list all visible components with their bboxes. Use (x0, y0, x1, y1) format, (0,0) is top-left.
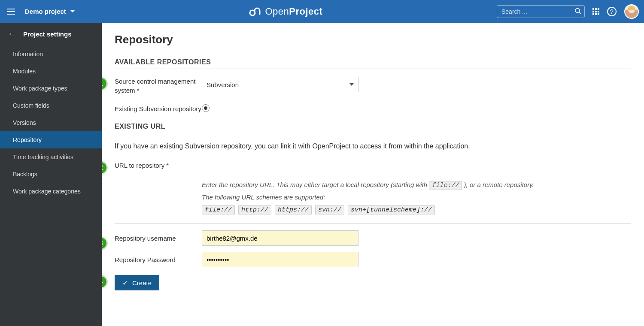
main-content: Repository AVAILABLE REPOSITORIES 1 Sour… (102, 23, 644, 326)
search-input[interactable] (497, 5, 585, 18)
username-input[interactable] (202, 230, 358, 246)
chevron-down-icon (70, 10, 75, 12)
url-schemes: file:// http:// https:// svn:// svn+[tun… (202, 205, 631, 214)
chevron-down-icon (349, 83, 354, 86)
sidebar-item-custom-fields[interactable]: Custom fields (0, 97, 102, 114)
sidebar-item-backlogs[interactable]: Backlogs (0, 166, 102, 183)
sidebar-item-information[interactable]: Information (0, 45, 102, 63)
sidebar-item-modules[interactable]: Modules (0, 63, 102, 80)
scheme-chip: file:// (202, 205, 235, 214)
url-input[interactable] (202, 161, 631, 176)
avatar[interactable] (624, 4, 639, 19)
sidebar-title: Project settings (23, 30, 72, 38)
page-title: Repository (115, 33, 631, 46)
sidebar-items: Information Modules Work package types C… (0, 45, 102, 200)
username-label: Repository username (115, 234, 202, 243)
svg-line-2 (579, 12, 581, 14)
section-existing-url: EXISTING URL (115, 123, 631, 130)
callout-3: 3 (102, 236, 108, 250)
url-hint: Enter the repository URL. This may eithe… (202, 179, 631, 203)
logo[interactable]: OpenProject (75, 4, 497, 19)
url-label: URL to repository * (115, 161, 202, 170)
sidebar-item-versions[interactable]: Versions (0, 114, 102, 131)
password-input[interactable] (202, 252, 358, 267)
scm-label: Source control management system * (115, 77, 202, 95)
project-name: Demo project (25, 8, 66, 15)
search-icon[interactable] (574, 7, 581, 15)
logo-text: OpenProject (265, 6, 322, 17)
scm-select[interactable]: Subversion (202, 77, 358, 92)
sidebar-item-repository[interactable]: Repository (0, 131, 102, 148)
help-icon[interactable]: ? (607, 7, 617, 16)
existing-repo-radio[interactable] (202, 104, 210, 112)
callout-1: 1 (102, 77, 108, 91)
scheme-chip: svn+[tunnelscheme]:// (348, 205, 435, 214)
sidebar: ← Project settings Information Modules W… (0, 23, 102, 326)
scheme-chip: svn:// (315, 205, 344, 214)
hamburger-icon[interactable] (5, 6, 17, 17)
logo-icon (249, 4, 262, 19)
back-arrow-icon[interactable]: ← (8, 30, 15, 39)
section-available-repositories: AVAILABLE REPOSITORIES (115, 58, 631, 69)
svg-point-1 (575, 8, 580, 12)
project-selector[interactable]: Demo project (25, 8, 75, 15)
search-wrap (497, 5, 585, 18)
callout-2: 2 (102, 161, 108, 175)
password-label: Repository Password (115, 255, 202, 264)
existing-url-help: If you have an existing Subversion repos… (115, 141, 631, 151)
check-icon: ✓ (122, 279, 128, 287)
existing-repo-label: Existing Subversion repository (115, 104, 202, 113)
scheme-chip: https:// (275, 205, 312, 214)
scheme-chip: http:// (238, 205, 271, 214)
create-button[interactable]: ✓ Create (115, 275, 159, 290)
callout-4: 4 (102, 275, 108, 289)
sidebar-item-time-tracking[interactable]: Time tracking activities (0, 148, 102, 166)
sidebar-item-work-package-types[interactable]: Work package types (0, 80, 102, 97)
topbar: Demo project OpenProject ? (0, 0, 644, 23)
sidebar-item-work-package-categories[interactable]: Work package categories (0, 183, 102, 200)
apps-icon[interactable] (592, 8, 599, 15)
